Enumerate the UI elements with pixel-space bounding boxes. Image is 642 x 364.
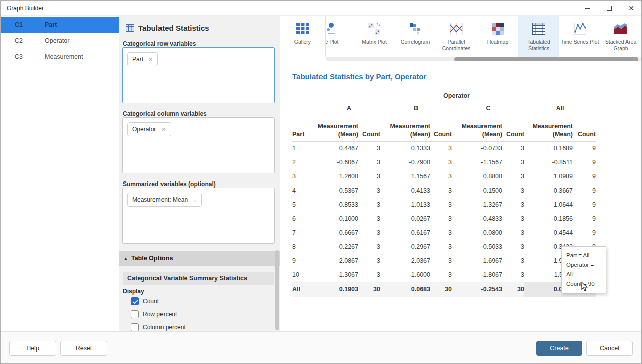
table-cell: -0.7900 (380, 155, 430, 169)
count-header: Count (573, 116, 596, 141)
parallel-coordinates-icon (448, 21, 464, 37)
group-header-a: A (317, 100, 380, 116)
remove-chip-icon[interactable]: ✕ (161, 126, 166, 133)
help-button[interactable]: Help (9, 341, 56, 356)
gallery-scrollbar-thumb[interactable] (454, 57, 638, 61)
table-cell: -0.8533 (317, 198, 358, 212)
row-percent-checkbox[interactable] (131, 310, 139, 318)
table-cell: 7 (292, 226, 317, 240)
gallery-item-label: Tabulated Statistics (518, 39, 559, 52)
variable-chip-part[interactable]: Part ✕ (127, 52, 158, 66)
column-variables-field[interactable]: Operator ✕ (122, 117, 275, 173)
sidebar-item-operator[interactable]: C2 Operator (1, 33, 119, 49)
row-variables-field[interactable]: Part ✕ (122, 47, 275, 103)
sidebar-item-measurement[interactable]: C3 Measurement (1, 49, 119, 65)
correlogram-icon (408, 21, 422, 37)
table-cell: 1.1567 (380, 169, 430, 184)
gallery-item-heatmap[interactable]: Heatmap (477, 16, 518, 57)
mean-header: Measurement(Mean) (317, 116, 358, 141)
minimize-button[interactable] (576, 1, 598, 16)
table-cell: 3 (502, 254, 524, 268)
table-cell: 9 (573, 155, 596, 169)
cancel-button[interactable]: Cancel (586, 341, 633, 356)
table-cell: 3 (502, 155, 524, 169)
gallery-item-stacked-area-graph[interactable]: Stacked Area Graph (600, 16, 641, 57)
chip-label: Part (132, 56, 143, 63)
tooltip-line: Operator = All (566, 260, 601, 279)
section-label: Categorical Variable Summary Statistics (127, 275, 247, 282)
gallery-item-matrix-plot[interactable]: Matrix Plot (354, 16, 395, 57)
window-controls: ✕ (576, 1, 642, 16)
graph-gallery: Gallery e Plot (280, 16, 642, 57)
table-cell: 3 (358, 240, 380, 254)
builder-scrollbar-thumb[interactable] (275, 250, 279, 330)
gallery-item-parallel-coordinates[interactable]: Parallel Coordinates (436, 16, 477, 57)
gallery-item-tabulated-statistics[interactable]: Tabulated Statistics (518, 16, 559, 57)
create-button[interactable]: Create (536, 341, 582, 356)
row-variables-label: Categorical row variables (123, 40, 196, 47)
variable-chip-operator[interactable]: Operator ✕ (127, 122, 171, 136)
table-cell: -0.5033 (452, 240, 502, 254)
table-cell: 0.4133 (380, 184, 430, 198)
table-cell: 2.0367 (380, 254, 430, 268)
table-cell: -1.3067 (317, 268, 358, 282)
summarized-variables-field[interactable]: Measurement: Mean ⌄ (122, 188, 275, 244)
table-cell: 3 (430, 268, 452, 282)
count-checkbox[interactable] (131, 297, 139, 305)
table-cell: 0.0683 (380, 282, 430, 297)
table-cell: -0.2267 (317, 240, 358, 254)
table-row: 31.260031.156730.880031.09899 (292, 169, 596, 184)
column-list: C1 Part C2 Operator C3 Measurement (1, 16, 119, 331)
column-percent-checkbox[interactable] (131, 323, 139, 331)
group-header-all: All (524, 100, 596, 116)
checkbox-label: Row percent (143, 311, 177, 318)
gallery-grid-icon (296, 21, 310, 37)
row-percent-checkbox-row[interactable]: Row percent (131, 310, 177, 318)
table-cell: 0.1689 (524, 141, 573, 155)
maximize-button[interactable] (598, 1, 620, 16)
table-cell: 3 (430, 184, 452, 198)
heatmap-icon (491, 21, 504, 37)
table-cell: 3 (502, 169, 524, 184)
table-cell: 3 (430, 240, 452, 254)
remove-chip-icon[interactable]: ✕ (148, 56, 153, 63)
table-cell: -0.1856 (524, 212, 573, 226)
reset-button[interactable]: Reset (60, 341, 107, 356)
tooltip-line: Part = All (566, 251, 601, 260)
table-cell: 9 (573, 226, 596, 240)
table-cell: -1.8067 (452, 268, 502, 282)
table-cell: 3 (358, 169, 380, 184)
table-cell: 0.3667 (524, 184, 573, 198)
gallery-item-correlogram[interactable]: Correlogram (395, 16, 436, 57)
table-options-header[interactable]: ▲ Table Options (119, 251, 280, 266)
column-percent-checkbox-row[interactable]: Column percent (131, 323, 186, 331)
gallery-item-gallery[interactable]: Gallery (280, 16, 326, 57)
table-cell: -1.3267 (452, 198, 502, 212)
table-cell: 3 (502, 212, 524, 226)
table-cell: 0.8800 (452, 169, 502, 184)
chip-label: Operator (132, 126, 156, 133)
column-id: C2 (1, 37, 31, 44)
table-cell: 1.2600 (317, 169, 358, 184)
table-cell: 2 (292, 155, 317, 169)
table-cell: 1.0989 (524, 169, 573, 184)
builder-header: Tabulated Statistics (126, 24, 209, 32)
count-checkbox-row[interactable]: Count (131, 297, 159, 305)
maximize-icon (607, 6, 612, 11)
table-cell: -1.6000 (380, 268, 430, 282)
close-button[interactable]: ✕ (620, 1, 642, 16)
table-cell: 3 (430, 169, 452, 184)
text-caret (162, 55, 162, 64)
gallery-item-time-series-plot[interactable]: Time Series Plot (559, 16, 600, 57)
checkbox-label: Column percent (143, 324, 186, 331)
chevron-down-icon[interactable]: ⌄ (193, 197, 197, 203)
variable-chip-measurement-mean[interactable]: Measurement: Mean ⌄ (127, 193, 202, 207)
table-cell: 3 (502, 240, 524, 254)
sidebar-item-part[interactable]: C1 Part (1, 17, 119, 33)
gallery-item-bubble-plot[interactable]: e Plot (326, 16, 354, 57)
tabulated-statistics-table: Operator A B C All Part Measurement(Mean… (292, 87, 596, 297)
table-row: 6-0.100030.02673-0.48333-0.18569 (292, 212, 596, 226)
table-cell: 1.6967 (452, 254, 502, 268)
tabulated-statistics-icon (532, 21, 545, 37)
gallery-scrollbar-track[interactable] (326, 57, 642, 61)
